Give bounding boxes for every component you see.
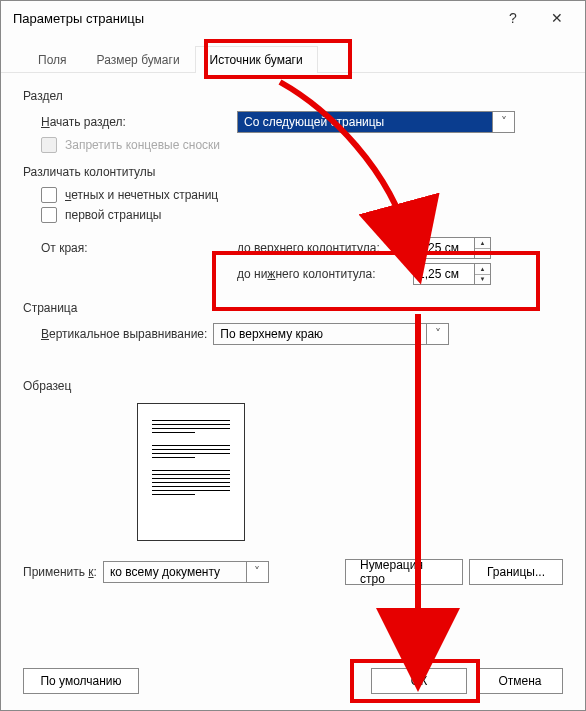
dialog-title: Параметры страницы <box>13 11 491 26</box>
page-group-label: Страница <box>23 301 563 315</box>
from-edge-label: От края: <box>41 233 237 255</box>
close-button[interactable]: ✕ <box>535 3 579 33</box>
odd-even-checkbox[interactable] <box>41 187 57 203</box>
valign-label: Вертикальное выравнивание: <box>41 327 207 341</box>
first-page-checkbox[interactable] <box>41 207 57 223</box>
headers-footers-group-label: Различать колонтитулы <box>23 165 563 179</box>
chevron-down-icon: ˅ <box>427 323 449 345</box>
valign-value: По верхнему краю <box>213 323 427 345</box>
preview-page <box>137 403 245 541</box>
borders-button[interactable]: Границы... <box>469 559 563 585</box>
chevron-down-icon: ˅ <box>493 111 515 133</box>
section-start-value: Со следующей страницы <box>237 111 493 133</box>
spinner-buttons[interactable]: ▲▼ <box>475 237 491 259</box>
header-distance-label: до верхнего колонтитула: <box>237 241 403 255</box>
footer-distance-label: до нижнего колонтитула: <box>237 267 403 281</box>
dialog-content: Раздел Начать раздел: Со следующей стран… <box>1 73 585 658</box>
set-default-button[interactable]: По умолчанию <box>23 668 139 694</box>
tab-strip: Поля Размер бумаги Источник бумаги <box>1 35 585 73</box>
section-start-label: Начать раздел: <box>41 115 237 129</box>
apply-to-label: Применить к: <box>23 565 97 579</box>
apply-to-select[interactable]: ко всему документу ˅ <box>103 561 269 583</box>
spin-down-icon[interactable]: ▼ <box>475 275 490 285</box>
footer-distance-spinner[interactable]: ▲▼ <box>413 263 491 285</box>
header-distance-input[interactable] <box>413 237 475 259</box>
preview-group-label: Образец <box>23 379 563 393</box>
section-start-select[interactable]: Со следующей страницы ˅ <box>237 111 515 133</box>
tab-paper-size[interactable]: Размер бумаги <box>82 46 195 73</box>
suppress-endnotes-label: Запретить концевые сноски <box>65 138 220 152</box>
apply-to-value: ко всему документу <box>103 561 247 583</box>
section-group-label: Раздел <box>23 89 563 103</box>
line-numbers-button[interactable]: Нумерация стро <box>345 559 463 585</box>
spin-up-icon[interactable]: ▲ <box>475 238 490 249</box>
ok-button[interactable]: ОК <box>371 668 467 694</box>
spin-up-icon[interactable]: ▲ <box>475 264 490 275</box>
chevron-down-icon: ˅ <box>247 561 269 583</box>
help-button[interactable]: ? <box>491 3 535 33</box>
footer-distance-input[interactable] <box>413 263 475 285</box>
titlebar: Параметры страницы ? ✕ <box>1 1 585 35</box>
tab-paper-source[interactable]: Источник бумаги <box>195 46 318 73</box>
header-distance-spinner[interactable]: ▲▼ <box>413 237 491 259</box>
spin-down-icon[interactable]: ▼ <box>475 249 490 259</box>
tab-margins[interactable]: Поля <box>23 46 82 73</box>
first-page-label: первой страницы <box>65 208 161 222</box>
page-setup-dialog: Параметры страницы ? ✕ Поля Размер бумаг… <box>0 0 586 711</box>
cancel-button[interactable]: Отмена <box>477 668 563 694</box>
suppress-endnotes-checkbox <box>41 137 57 153</box>
dialog-footer: По умолчанию ОК Отмена <box>1 658 585 710</box>
spinner-buttons[interactable]: ▲▼ <box>475 263 491 285</box>
valign-select[interactable]: По верхнему краю ˅ <box>213 323 449 345</box>
odd-even-label: четных и нечетных страниц <box>65 188 218 202</box>
